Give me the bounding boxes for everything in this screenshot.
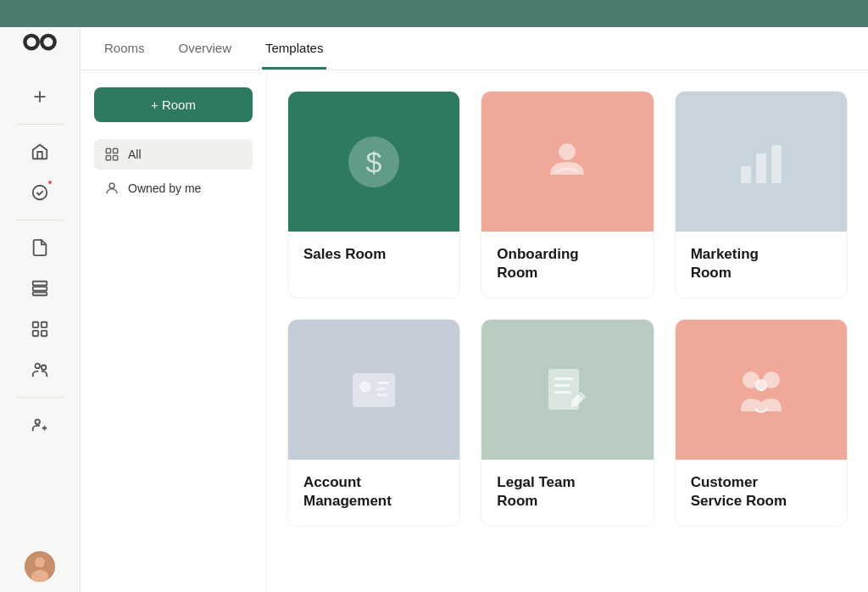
svg-rect-35 bbox=[377, 382, 389, 384]
svg-rect-8 bbox=[33, 287, 47, 291]
svg-point-45 bbox=[755, 379, 767, 391]
card-image-customer-service bbox=[676, 320, 847, 460]
svg-rect-7 bbox=[33, 282, 47, 286]
template-card-onboarding[interactable]: OnboardingRoom bbox=[481, 91, 654, 299]
svg-rect-37 bbox=[377, 394, 387, 396]
card-label-customer-service: CustomerService Room bbox=[676, 460, 847, 526]
svg-rect-9 bbox=[33, 293, 47, 296]
template-card-account[interactable]: Account Management bbox=[287, 319, 460, 527]
templates-grid-area: $ Sales Room OnboardingRoom bbox=[267, 70, 868, 592]
card-label-marketing: MarketingRoom bbox=[676, 232, 847, 298]
template-card-sales[interactable]: $ Sales Room bbox=[287, 91, 460, 299]
card-label-onboarding: OnboardingRoom bbox=[481, 232, 653, 298]
svg-rect-11 bbox=[42, 322, 47, 327]
card-image-onboarding bbox=[481, 92, 653, 232]
filter-all[interactable]: All bbox=[94, 139, 253, 170]
card-image-account bbox=[288, 320, 459, 460]
svg-point-6 bbox=[33, 186, 47, 200]
tab-rooms[interactable]: Rooms bbox=[101, 27, 148, 70]
svg-rect-39 bbox=[554, 377, 573, 380]
svg-point-16 bbox=[36, 420, 41, 425]
tasks-icon[interactable] bbox=[21, 174, 58, 211]
card-label-account: Account Management bbox=[288, 460, 459, 526]
svg-rect-40 bbox=[554, 384, 570, 387]
app-logo[interactable] bbox=[21, 27, 58, 64]
filter-owned-label: Owned by me bbox=[128, 182, 201, 195]
add-person-icon[interactable] bbox=[21, 406, 58, 444]
filter-all-label: All bbox=[128, 148, 142, 161]
card-label-sales: Sales Room bbox=[288, 232, 459, 279]
svg-point-20 bbox=[35, 557, 45, 567]
card-image-marketing bbox=[676, 92, 847, 232]
people-icon[interactable] bbox=[21, 351, 58, 388]
template-grid: $ Sales Room OnboardingRoom bbox=[287, 91, 848, 527]
dollar-icon: $ bbox=[340, 128, 408, 196]
template-card-customer-service[interactable]: CustomerService Room bbox=[675, 319, 848, 527]
grid-icon[interactable] bbox=[21, 310, 58, 348]
customer-service-icon bbox=[727, 356, 795, 424]
stack-icon[interactable] bbox=[21, 270, 58, 307]
svg-point-3 bbox=[43, 37, 53, 47]
svg-point-34 bbox=[359, 381, 371, 393]
svg-rect-12 bbox=[33, 331, 38, 336]
left-panel: + Room All Owned by me bbox=[81, 70, 267, 592]
svg-rect-32 bbox=[771, 145, 782, 183]
template-card-legal[interactable]: Legal TeamRoom bbox=[481, 319, 654, 527]
svg-point-29 bbox=[559, 143, 576, 160]
svg-rect-10 bbox=[33, 322, 38, 327]
sidebar-divider-2 bbox=[16, 220, 64, 221]
svg-rect-24 bbox=[106, 156, 110, 160]
svg-rect-30 bbox=[741, 166, 751, 183]
edit-doc-icon bbox=[533, 356, 601, 424]
grid-filter-icon bbox=[104, 147, 120, 162]
svg-rect-33 bbox=[353, 373, 395, 407]
contact-icon bbox=[340, 356, 408, 424]
svg-point-26 bbox=[109, 183, 114, 188]
svg-point-2 bbox=[27, 37, 36, 47]
avatar[interactable] bbox=[25, 551, 55, 582]
home-icon[interactable] bbox=[21, 133, 58, 170]
plus-icon[interactable] bbox=[21, 78, 58, 115]
reader-icon bbox=[533, 128, 601, 196]
document-icon[interactable] bbox=[21, 229, 58, 266]
svg-rect-41 bbox=[554, 391, 571, 394]
svg-rect-31 bbox=[756, 154, 766, 183]
sidebar-divider-1 bbox=[16, 124, 64, 125]
svg-point-14 bbox=[36, 364, 41, 369]
main-content: Rooms Overview Templates + Room All Owne… bbox=[81, 0, 868, 592]
person-filter-icon bbox=[104, 181, 120, 196]
sidebar-divider-3 bbox=[16, 397, 64, 398]
svg-rect-25 bbox=[114, 156, 118, 160]
top-bar bbox=[0, 0, 868, 27]
sidebar bbox=[0, 0, 81, 592]
card-image-legal bbox=[481, 320, 653, 460]
tabs-bar: Rooms Overview Templates bbox=[81, 27, 868, 70]
svg-rect-36 bbox=[377, 388, 386, 390]
filter-owned-by-me[interactable]: Owned by me bbox=[94, 173, 253, 204]
svg-text:$: $ bbox=[366, 146, 382, 178]
template-card-marketing[interactable]: MarketingRoom bbox=[675, 91, 848, 299]
svg-point-15 bbox=[42, 366, 47, 371]
card-image-sales: $ bbox=[288, 92, 459, 232]
content-area: + Room All Owned by me bbox=[81, 70, 868, 592]
card-label-legal: Legal TeamRoom bbox=[481, 460, 653, 526]
tab-overview[interactable]: Overview bbox=[175, 27, 236, 70]
tab-templates[interactable]: Templates bbox=[262, 27, 326, 70]
add-room-button[interactable]: + Room bbox=[94, 87, 253, 122]
svg-rect-13 bbox=[42, 331, 47, 336]
svg-rect-23 bbox=[114, 148, 118, 153]
svg-rect-22 bbox=[106, 148, 110, 153]
chart-icon bbox=[727, 128, 795, 196]
